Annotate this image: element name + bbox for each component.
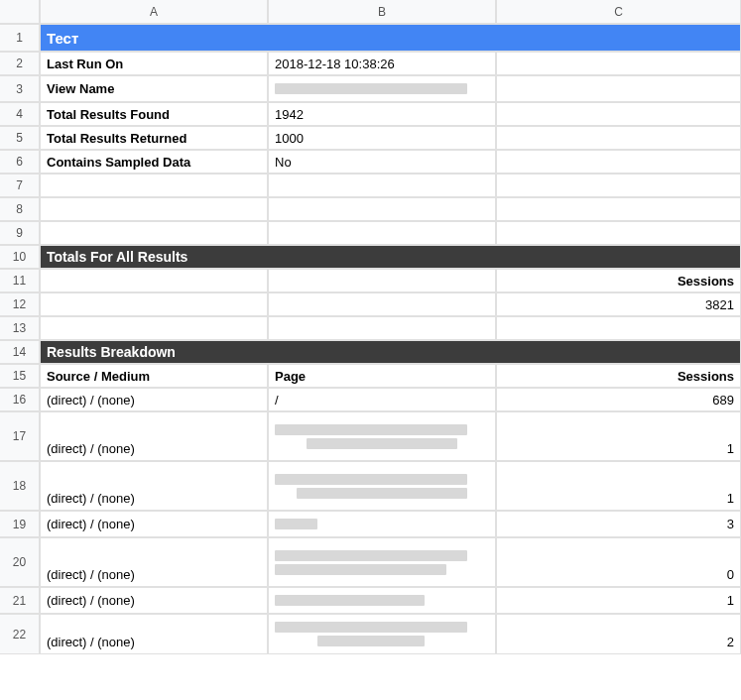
row-header-7[interactable]: 7 bbox=[0, 174, 40, 197]
cell-c7[interactable] bbox=[496, 174, 741, 197]
row-header-5[interactable]: 5 bbox=[0, 126, 40, 150]
cell-c20[interactable]: 0 bbox=[496, 537, 741, 587]
row-header-16[interactable]: 16 bbox=[0, 388, 40, 411]
redacted-content bbox=[275, 546, 489, 579]
cell-b5[interactable]: 1000 bbox=[268, 126, 496, 150]
cell-b13[interactable] bbox=[268, 316, 496, 340]
cell-c13[interactable] bbox=[496, 316, 741, 340]
cell-b12[interactable] bbox=[268, 292, 496, 316]
row-header-4[interactable]: 4 bbox=[0, 102, 40, 126]
cell-b11[interactable] bbox=[268, 269, 496, 292]
cell-a6[interactable]: Contains Sampled Data bbox=[40, 150, 268, 174]
row-header-6[interactable]: 6 bbox=[0, 150, 40, 174]
cell-c4[interactable] bbox=[496, 102, 741, 126]
cell-a5[interactable]: Total Results Returned bbox=[40, 126, 268, 150]
cell-b15[interactable]: Page bbox=[268, 364, 496, 388]
cell-c22[interactable]: 2 bbox=[496, 614, 741, 654]
cell-a20[interactable]: (direct) / (none) bbox=[40, 537, 268, 587]
row-header-8[interactable]: 8 bbox=[0, 197, 40, 221]
title-cell[interactable]: Тест bbox=[40, 24, 741, 52]
cell-c6[interactable] bbox=[496, 150, 741, 174]
cell-b7[interactable] bbox=[268, 174, 496, 197]
row-header-9[interactable]: 9 bbox=[0, 221, 40, 245]
redacted-content bbox=[275, 591, 489, 610]
cell-a3[interactable]: View Name bbox=[40, 75, 268, 102]
cell-b8[interactable] bbox=[268, 197, 496, 221]
cell-a17[interactable]: (direct) / (none) bbox=[40, 411, 268, 461]
col-header-b[interactable]: B bbox=[268, 0, 496, 24]
row-header-18[interactable]: 18 bbox=[0, 461, 40, 511]
cell-c2[interactable] bbox=[496, 52, 741, 75]
cell-a16[interactable]: (direct) / (none) bbox=[40, 388, 268, 411]
row-header-12[interactable]: 12 bbox=[0, 292, 40, 316]
row-header-21[interactable]: 21 bbox=[0, 587, 40, 614]
cell-a9[interactable] bbox=[40, 221, 268, 245]
col-header-a[interactable]: A bbox=[40, 0, 268, 24]
cell-a11[interactable] bbox=[40, 269, 268, 292]
cell-c15[interactable]: Sessions bbox=[496, 364, 741, 388]
col-header-c[interactable]: C bbox=[496, 0, 741, 24]
cell-c5[interactable] bbox=[496, 126, 741, 150]
cell-a8[interactable] bbox=[40, 197, 268, 221]
row-header-17[interactable]: 17 bbox=[0, 411, 40, 461]
cell-a21[interactable]: (direct) / (none) bbox=[40, 587, 268, 614]
redacted-content bbox=[275, 420, 489, 453]
spreadsheet-grid: A B C 1 Тест 2 Last Run On 2018-12-18 10… bbox=[0, 0, 741, 654]
cell-c21[interactable]: 1 bbox=[496, 587, 741, 614]
cell-c9[interactable] bbox=[496, 221, 741, 245]
cell-b20[interactable] bbox=[268, 537, 496, 587]
row-header-20[interactable]: 20 bbox=[0, 537, 40, 587]
cell-c19[interactable]: 3 bbox=[496, 511, 741, 537]
row-header-13[interactable]: 13 bbox=[0, 316, 40, 340]
cell-a12[interactable] bbox=[40, 292, 268, 316]
cell-c11[interactable]: Sessions bbox=[496, 269, 741, 292]
row-header-11[interactable]: 11 bbox=[0, 269, 40, 292]
cell-a2[interactable]: Last Run On bbox=[40, 52, 268, 75]
cell-c8[interactable] bbox=[496, 197, 741, 221]
cell-a22[interactable]: (direct) / (none) bbox=[40, 614, 268, 654]
row-header-15[interactable]: 15 bbox=[0, 364, 40, 388]
cell-a15[interactable]: Source / Medium bbox=[40, 364, 268, 388]
redacted-content bbox=[275, 79, 489, 98]
cell-b21[interactable] bbox=[268, 587, 496, 614]
cell-b16[interactable]: / bbox=[268, 388, 496, 411]
cell-c3[interactable] bbox=[496, 75, 741, 102]
redacted-content bbox=[275, 515, 489, 533]
cell-a4[interactable]: Total Results Found bbox=[40, 102, 268, 126]
cell-b2[interactable]: 2018-12-18 10:38:26 bbox=[268, 52, 496, 75]
row-header-10[interactable]: 10 bbox=[0, 245, 40, 269]
cell-b19[interactable] bbox=[268, 511, 496, 537]
cell-a7[interactable] bbox=[40, 174, 268, 197]
cell-b4[interactable]: 1942 bbox=[268, 102, 496, 126]
cell-b9[interactable] bbox=[268, 221, 496, 245]
row-header-2[interactable]: 2 bbox=[0, 52, 40, 75]
cell-c18[interactable]: 1 bbox=[496, 461, 741, 511]
cell-c17[interactable]: 1 bbox=[496, 411, 741, 461]
row-header-14[interactable]: 14 bbox=[0, 340, 40, 364]
cell-a18[interactable]: (direct) / (none) bbox=[40, 461, 268, 511]
cell-b6[interactable]: No bbox=[268, 150, 496, 174]
redacted-content bbox=[275, 470, 489, 503]
cell-b3[interactable] bbox=[268, 75, 496, 102]
totals-header[interactable]: Totals For All Results bbox=[40, 245, 741, 269]
breakdown-header[interactable]: Results Breakdown bbox=[40, 340, 741, 364]
cell-a19[interactable]: (direct) / (none) bbox=[40, 511, 268, 537]
row-header-1[interactable]: 1 bbox=[0, 24, 40, 52]
cell-c16[interactable]: 689 bbox=[496, 388, 741, 411]
redacted-content bbox=[275, 618, 489, 650]
cell-b22[interactable] bbox=[268, 614, 496, 654]
corner-cell[interactable] bbox=[0, 0, 40, 24]
cell-b18[interactable] bbox=[268, 461, 496, 511]
cell-a13[interactable] bbox=[40, 316, 268, 340]
row-header-19[interactable]: 19 bbox=[0, 511, 40, 537]
row-header-3[interactable]: 3 bbox=[0, 75, 40, 102]
row-header-22[interactable]: 22 bbox=[0, 614, 40, 654]
cell-b17[interactable] bbox=[268, 411, 496, 461]
cell-c12[interactable]: 3821 bbox=[496, 292, 741, 316]
